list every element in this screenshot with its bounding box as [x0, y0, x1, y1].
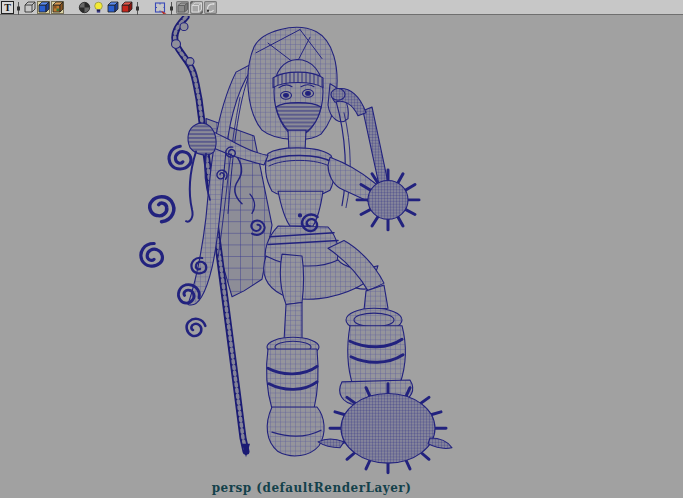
svg-text:T: T — [4, 2, 11, 13]
toolbar-separator — [168, 1, 175, 14]
viewport[interactable]: persp (defaultRenderLayer) — [0, 16, 683, 498]
eye-left — [281, 91, 292, 99]
viewport-canvas[interactable] — [0, 16, 683, 498]
textured-mode-icon[interactable] — [51, 1, 64, 14]
maya-panel: T — [0, 0, 683, 498]
toolbar-separator — [134, 1, 141, 14]
red-cube-display-icon[interactable] — [120, 1, 133, 14]
ribbon-right — [428, 438, 452, 448]
wireframe-character[interactable] — [139, 27, 452, 472]
default-material-icon[interactable] — [78, 1, 91, 14]
spiky-ball[interactable] — [318, 384, 452, 473]
curve-tool-icon[interactable] — [204, 1, 217, 14]
isolate-select-icon[interactable] — [154, 1, 167, 14]
ribbon-left — [318, 439, 344, 448]
boot-right — [340, 285, 413, 405]
shaded-display-icon[interactable] — [106, 1, 119, 14]
wireframe-mode-icon[interactable] — [23, 1, 36, 14]
panel-toolbar: T — [0, 0, 683, 15]
lighting-bulb-icon[interactable] — [92, 1, 105, 14]
eye-right — [303, 90, 314, 98]
framed-cube-icon[interactable] — [190, 1, 203, 14]
boot-left — [267, 337, 325, 456]
toolbar-separator — [15, 1, 22, 14]
smooth-shade-mode-icon[interactable] — [37, 1, 50, 14]
dim-cube-icon[interactable] — [176, 1, 189, 14]
fist-right — [188, 123, 216, 155]
text-tool-icon[interactable]: T — [1, 1, 14, 14]
camera-label: persp (defaultRenderLayer) — [0, 481, 653, 495]
